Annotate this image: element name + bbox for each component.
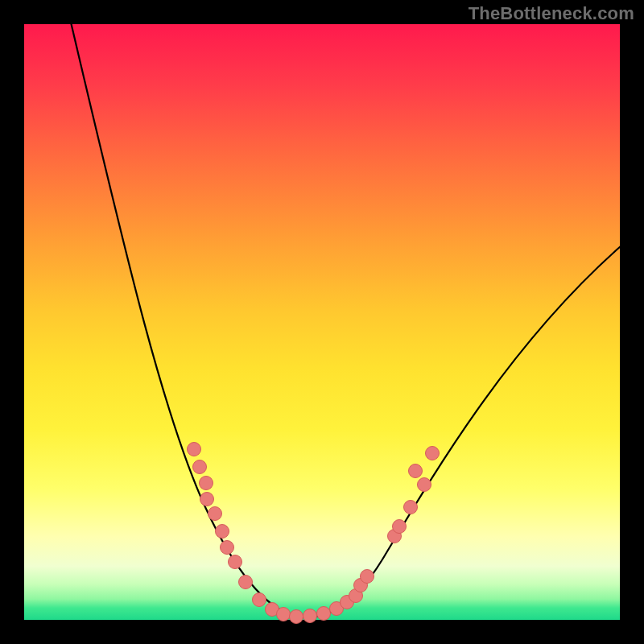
data-point bbox=[193, 460, 207, 474]
data-point bbox=[200, 477, 213, 490]
curve-layer bbox=[24, 24, 620, 620]
data-point bbox=[317, 607, 331, 621]
data-point bbox=[239, 576, 253, 589]
data-point bbox=[409, 464, 423, 478]
data-point bbox=[200, 493, 214, 506]
data-point bbox=[361, 570, 374, 584]
data-point bbox=[188, 443, 201, 456]
data-point bbox=[229, 555, 242, 569]
data-point bbox=[303, 609, 317, 623]
data-point bbox=[393, 520, 407, 534]
data-point bbox=[277, 608, 291, 621]
data-point bbox=[216, 525, 229, 539]
chart-frame: TheBottleneck.com bbox=[0, 0, 644, 644]
attribution-text: TheBottleneck.com bbox=[469, 3, 634, 24]
data-point bbox=[221, 541, 234, 555]
data-point bbox=[418, 478, 431, 492]
data-point bbox=[208, 507, 222, 521]
data-point bbox=[404, 501, 418, 514]
data-point bbox=[426, 447, 440, 460]
data-points bbox=[188, 443, 440, 624]
data-point bbox=[253, 593, 266, 607]
bottleneck-curve bbox=[68, 12, 621, 617]
data-point bbox=[290, 610, 303, 624]
